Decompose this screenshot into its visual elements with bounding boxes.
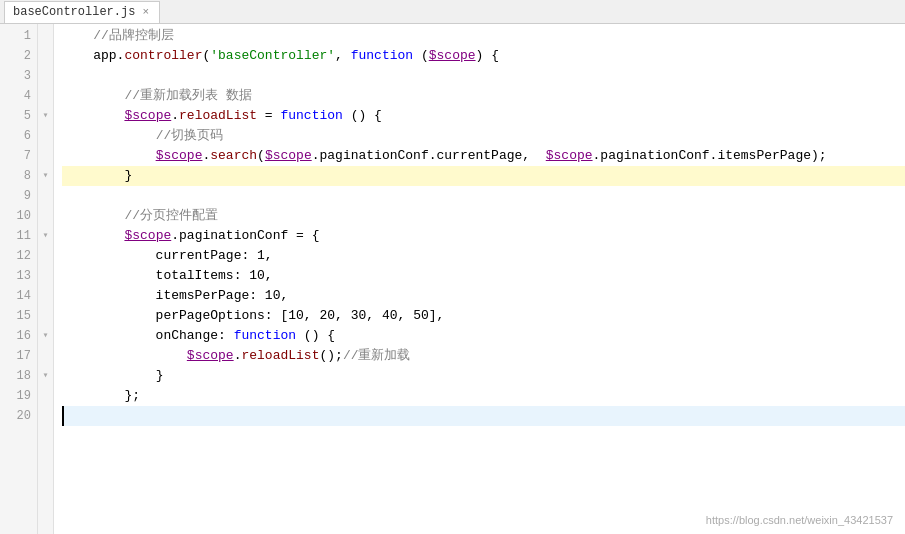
code-line-4: //重新加载列表 数据	[62, 86, 905, 106]
line-num-19: 19	[0, 386, 37, 406]
fold-10	[38, 206, 53, 226]
code-line-19: };	[62, 386, 905, 406]
tab-close-icon[interactable]: ×	[140, 6, 151, 18]
code-line-17: $scope.reloadList();//重新加载	[62, 346, 905, 366]
code-line-7: $scope.search($scope.paginationConf.curr…	[62, 146, 905, 166]
line-num-15: 15	[0, 306, 37, 326]
editor-area: 1 2 3 4 5 6 7 8 9 10 11 12 13 14 15 16 1…	[0, 24, 905, 534]
line-num-17: 17	[0, 346, 37, 366]
line-num-9: 9	[0, 186, 37, 206]
line-num-1: 1	[0, 26, 37, 46]
fold-2	[38, 46, 53, 66]
fold-gutter: ▾ ▾ ▾ ▾ ▾	[38, 24, 54, 534]
code-line-11: $scope.paginationConf = {	[62, 226, 905, 246]
line-num-6: 6	[0, 126, 37, 146]
fold-7	[38, 146, 53, 166]
line-num-3: 3	[0, 66, 37, 86]
code-line-8: }	[62, 166, 905, 186]
code-line-3	[62, 66, 905, 86]
fold-8[interactable]: ▾	[38, 166, 53, 186]
code-line-18: }	[62, 366, 905, 386]
fold-16[interactable]: ▾	[38, 326, 53, 346]
fold-4	[38, 86, 53, 106]
code-line-5: $scope.reloadList = function () {	[62, 106, 905, 126]
line-num-7: 7	[0, 146, 37, 166]
code-line-13: totalItems: 10,	[62, 266, 905, 286]
tab-basecontroller[interactable]: baseController.js ×	[4, 1, 160, 23]
fold-1	[38, 26, 53, 46]
line-num-11: 11	[0, 226, 37, 246]
fold-17	[38, 346, 53, 366]
code-line-15: perPageOptions: [10, 20, 30, 40, 50],	[62, 306, 905, 326]
fold-11[interactable]: ▾	[38, 226, 53, 246]
line-num-14: 14	[0, 286, 37, 306]
line-num-5: 5	[0, 106, 37, 126]
code-line-10: //分页控件配置	[62, 206, 905, 226]
fold-18[interactable]: ▾	[38, 366, 53, 386]
fold-19	[38, 386, 53, 406]
fold-14	[38, 286, 53, 306]
code-line-20	[62, 406, 905, 426]
line-num-13: 13	[0, 266, 37, 286]
code-line-9	[62, 186, 905, 206]
fold-6	[38, 126, 53, 146]
line-num-20: 20	[0, 406, 37, 426]
line-num-12: 12	[0, 246, 37, 266]
line-num-16: 16	[0, 326, 37, 346]
fold-12	[38, 246, 53, 266]
fold-3	[38, 66, 53, 86]
code-line-14: itemsPerPage: 10,	[62, 286, 905, 306]
line-num-2: 2	[0, 46, 37, 66]
tab-bar: baseController.js ×	[0, 0, 905, 24]
code-line-2: app.controller('baseController', functio…	[62, 46, 905, 66]
fold-5[interactable]: ▾	[38, 106, 53, 126]
line-num-18: 18	[0, 366, 37, 386]
code-line-6: //切换页码	[62, 126, 905, 146]
code-line-16: onChange: function () {	[62, 326, 905, 346]
fold-15	[38, 306, 53, 326]
code-line-1: //品牌控制层	[62, 26, 905, 46]
line-num-10: 10	[0, 206, 37, 226]
line-numbers: 1 2 3 4 5 6 7 8 9 10 11 12 13 14 15 16 1…	[0, 24, 38, 534]
fold-9	[38, 186, 53, 206]
line-num-4: 4	[0, 86, 37, 106]
tab-filename: baseController.js	[13, 5, 135, 19]
fold-20	[38, 406, 53, 426]
line-num-8: 8	[0, 166, 37, 186]
watermark: https://blog.csdn.net/weixin_43421537	[706, 514, 893, 526]
code-content[interactable]: //品牌控制层 app.controller('baseController',…	[54, 24, 905, 534]
fold-13	[38, 266, 53, 286]
code-line-12: currentPage: 1,	[62, 246, 905, 266]
